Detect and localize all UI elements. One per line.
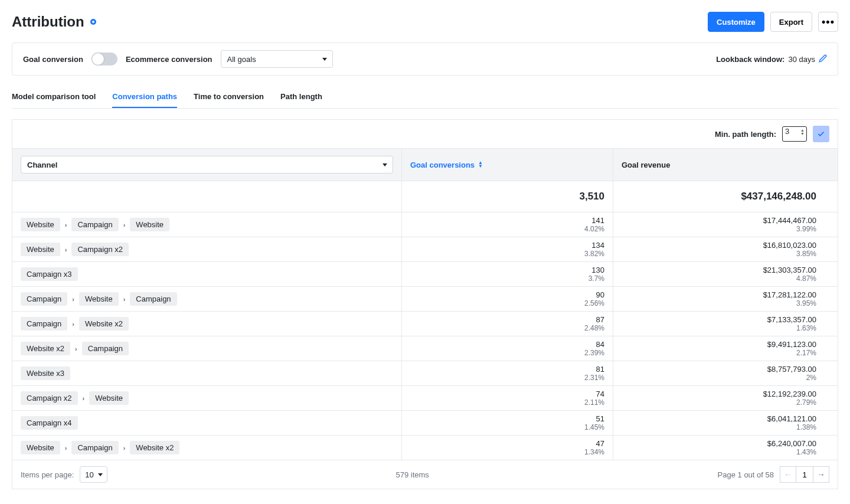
- table-row: Website›Campaign›Website1414.02%$17,444,…: [12, 212, 838, 237]
- chevron-right-icon: ›: [65, 246, 67, 253]
- table-row: Campaign›Website›Campaign902.56%$17,281,…: [12, 287, 838, 312]
- revenue-cell: $6,041,121.001.38%: [613, 411, 825, 435]
- column-header-goal-revenue[interactable]: Goal revenue: [613, 149, 825, 181]
- path-cell: Campaign›Website›Campaign: [12, 287, 402, 311]
- chevron-right-icon: ›: [83, 395, 85, 402]
- path-cell: Campaign›Website x2: [12, 312, 402, 336]
- more-actions-button[interactable]: •••: [818, 12, 838, 32]
- path-cell: Campaign x3: [12, 262, 402, 286]
- prev-page-button[interactable]: ←: [780, 466, 796, 483]
- items-per-page-select[interactable]: 10: [80, 466, 107, 483]
- tab-time-to-conversion[interactable]: Time to conversion: [194, 92, 264, 108]
- conversion-type-toggle[interactable]: [91, 53, 117, 66]
- column-header-channel: Channel: [12, 149, 402, 181]
- revenue-cell: $6,240,007.001.43%: [613, 436, 825, 460]
- path-chip: Campaign x2: [71, 243, 129, 256]
- conversions-cell: 872.48%: [402, 312, 613, 336]
- goals-select-value: All goals: [227, 55, 256, 64]
- chevron-right-icon: ›: [72, 296, 74, 303]
- column-header-goal-conversions[interactable]: Goal conversions ▲▼: [402, 149, 613, 181]
- revenue-cell: $8,757,793.002%: [613, 361, 825, 385]
- conversions-cell: 1414.02%: [402, 212, 613, 237]
- export-button[interactable]: Export: [770, 12, 812, 32]
- conversions-percent: 2.56%: [584, 299, 604, 307]
- tab-model-comparison-tool[interactable]: Model comparison tool: [12, 92, 96, 108]
- path-chip: Campaign: [21, 317, 67, 330]
- path-chip: Website x2: [130, 441, 179, 454]
- path-chip: Website x2: [79, 317, 129, 330]
- conversions-value: 74: [596, 390, 604, 398]
- path-cell: Website›Campaign›Website x2: [12, 436, 402, 460]
- conversions-value: 87: [596, 315, 604, 324]
- chevron-right-icon: ›: [65, 221, 67, 228]
- lookback-value: 30 days: [788, 55, 815, 64]
- customize-button[interactable]: Customize: [708, 12, 764, 32]
- revenue-percent: 2.17%: [796, 349, 816, 357]
- items-count: 579 items: [396, 470, 429, 479]
- conversions-percent: 2.48%: [584, 324, 604, 332]
- revenue-value: $7,133,357.00: [767, 315, 816, 324]
- ecommerce-conversion-label: Ecommerce conversion: [126, 55, 212, 64]
- revenue-cell: $7,133,357.001.63%: [613, 312, 825, 336]
- conversions-percent: 1.45%: [584, 423, 604, 431]
- edit-lookback-icon[interactable]: [819, 54, 827, 64]
- refresh-indicator-icon[interactable]: [90, 19, 96, 25]
- conversions-value: 141: [591, 216, 604, 225]
- revenue-cell: $9,491,123.002.17%: [613, 336, 825, 361]
- conversions-percent: 2.11%: [584, 398, 604, 407]
- table-row: Website x2›Campaign842.39%$9,491,123.002…: [12, 336, 838, 361]
- page-title: Attribution: [12, 14, 84, 30]
- conversions-cell: 742.11%: [402, 386, 613, 410]
- path-chip: Website: [21, 243, 60, 256]
- revenue-value: $17,281,122.00: [763, 290, 816, 299]
- tab-path-length[interactable]: Path length: [280, 92, 322, 108]
- total-conversions: 3,510: [402, 181, 613, 212]
- path-cell: Website›Campaign›Website: [12, 212, 402, 237]
- revenue-value: $6,240,007.00: [767, 439, 816, 448]
- conversions-percent: 3.7%: [589, 274, 604, 283]
- path-chip: Campaign x3: [21, 267, 78, 281]
- conversions-percent: 3.82%: [584, 250, 604, 258]
- table-row: Website›Campaign›Website x2471.34%$6,240…: [12, 436, 838, 460]
- table-container: Min. path length: 3 ▲▼ Channel Goal conv…: [12, 119, 838, 489]
- conversions-cell: 471.34%: [402, 436, 613, 460]
- chevron-right-icon: ›: [123, 221, 126, 228]
- revenue-cell: $12,192,239.002.79%: [613, 386, 825, 410]
- revenue-percent: 2%: [806, 374, 816, 382]
- goals-select[interactable]: All goals: [221, 50, 333, 68]
- next-page-button[interactable]: →: [813, 466, 829, 483]
- conversions-cell: 511.45%: [402, 411, 613, 435]
- channel-select[interactable]: Channel: [21, 156, 393, 174]
- revenue-percent: 1.38%: [796, 423, 816, 431]
- path-chip: Website: [89, 391, 129, 405]
- revenue-value: $8,757,793.00: [767, 365, 816, 374]
- path-chip: Campaign: [21, 292, 67, 306]
- chevron-right-icon: ›: [72, 320, 74, 328]
- page-input[interactable]: [796, 466, 813, 483]
- arrow-right-icon: →: [817, 470, 825, 479]
- tabs: Model comparison toolConversion pathsTim…: [12, 92, 838, 109]
- conversions-value: 90: [596, 290, 604, 299]
- table-row: Campaign›Website x2872.48%$7,133,357.001…: [12, 312, 838, 336]
- tab-conversion-paths[interactable]: Conversion paths: [112, 92, 177, 108]
- revenue-percent: 3.99%: [796, 225, 816, 233]
- stepper-icon[interactable]: ▲▼: [800, 129, 805, 136]
- conversions-percent: 1.34%: [584, 448, 604, 456]
- more-icon: •••: [822, 16, 835, 28]
- conversions-value: 84: [596, 340, 604, 349]
- path-chip: Website: [79, 292, 119, 306]
- revenue-value: $16,810,023.00: [763, 241, 816, 250]
- confirm-minpath-button[interactable]: [813, 126, 829, 142]
- sort-icon: ▲▼: [478, 161, 483, 168]
- conversions-cell: 1343.82%: [402, 237, 613, 261]
- min-path-value: 3: [785, 127, 789, 136]
- conversions-value: 47: [596, 439, 604, 448]
- min-path-input[interactable]: 3 ▲▼: [782, 126, 807, 142]
- revenue-value: $21,303,357.00: [763, 266, 816, 274]
- revenue-cell: $21,303,357.004.87%: [613, 262, 825, 286]
- path-chip: Website: [21, 441, 60, 454]
- revenue-percent: 2.79%: [796, 398, 816, 407]
- arrow-left-icon: ←: [784, 470, 792, 479]
- path-chip: Campaign: [82, 342, 129, 355]
- path-chip: Campaign: [130, 292, 176, 306]
